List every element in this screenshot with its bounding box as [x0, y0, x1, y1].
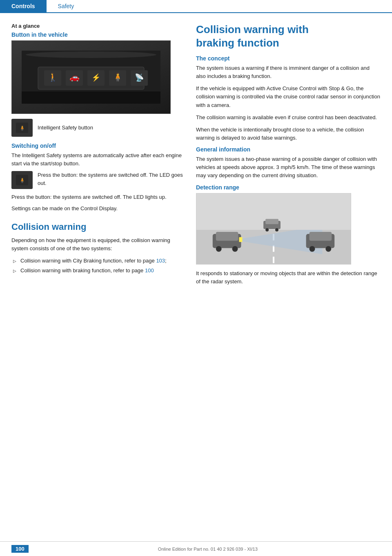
svg-text:🧍: 🧍	[19, 125, 25, 131]
header-tabs: Controls Safety	[0, 0, 392, 13]
concept-text4: When the vehicle is intentionally brough…	[196, 126, 381, 142]
svg-text:🧍: 🧍	[113, 72, 123, 82]
svg-point-25	[232, 246, 238, 251]
svg-point-30	[325, 246, 331, 251]
svg-rect-28	[310, 232, 332, 241]
press-button-row: 🧍 Press the button: the systems are swit…	[11, 171, 183, 189]
intelligent-safety-icon-row: 🧍 Intelligent Safety button	[11, 119, 183, 137]
press-button-text2: Press the button: the systems are switch…	[11, 193, 183, 201]
heading-line2: braking function	[196, 37, 279, 49]
intelligent-safety-caption: Intelligent Safety button	[38, 124, 93, 132]
safety-button-svg: 🧍	[16, 122, 28, 134]
press-button-svg: 🧍	[16, 174, 28, 186]
collision-bullet-list: Collision warning with City Braking func…	[11, 257, 183, 275]
concept-text2: If the vehicle is equipped with Active C…	[196, 85, 381, 109]
collision-warning-braking-heading: Collision warning with braking function	[196, 23, 381, 49]
footer: 100 Online Edition for Part no. 01 40 2 …	[0, 541, 392, 556]
button-in-vehicle-heading: Button in the vehicle	[11, 31, 183, 38]
detection-text: It responds to stationary or moving obje…	[196, 269, 381, 286]
press-button-text: Press the button: the systems are switch…	[38, 171, 183, 187]
press-button-icon: 🧍	[11, 171, 33, 189]
svg-text:🧍: 🧍	[19, 177, 25, 183]
heading-line1: Collision warning with	[196, 23, 309, 36]
svg-text:⚡: ⚡	[91, 73, 101, 82]
svg-rect-26	[239, 237, 242, 242]
bullet1-text: Collision warning with City Braking func…	[20, 258, 156, 264]
bullet1-after: ;	[165, 258, 167, 264]
concept-text3: The collision warning is available even …	[196, 113, 381, 122]
dashboard-svg: 🚶 🚗 ⚡ 🧍 📡	[22, 51, 160, 104]
detection-range-image	[196, 193, 351, 265]
page-number: 100	[11, 545, 29, 553]
svg-point-24	[216, 246, 222, 251]
collision-warning-heading: Collision warning	[11, 221, 183, 233]
svg-rect-13	[22, 91, 160, 104]
general-info-heading: General information	[196, 146, 381, 153]
general-info-text: The system issues a two-phase warning of…	[196, 155, 381, 180]
collision-warning-body: Depending on how the equipment is equipp…	[11, 236, 183, 253]
settings-text: Settings can be made on the Control Disp…	[11, 205, 183, 213]
right-column: Collision warning with braking function …	[196, 23, 381, 290]
svg-point-35	[275, 228, 278, 231]
tab-safety[interactable]: Safety	[47, 0, 86, 12]
left-column: At a glance Button in the vehicle 🚶	[11, 23, 183, 290]
bullet2-link[interactable]: 100	[145, 267, 154, 274]
tab-controls[interactable]: Controls	[0, 0, 47, 12]
bullet-item-1: Collision warning with City Braking func…	[11, 257, 183, 265]
bullet2-text: Collision warning with braking function,…	[20, 267, 145, 274]
switching-heading: Switching on/off	[11, 142, 183, 149]
bullet-item-2: Collision warning with braking function,…	[11, 267, 183, 275]
at-a-glance-heading: At a glance	[11, 23, 183, 29]
vehicle-dashboard-image: 🚶 🚗 ⚡ 🧍 📡	[11, 40, 171, 114]
svg-text:🚶: 🚶	[48, 72, 58, 82]
main-content: At a glance Button in the vehicle 🚶	[0, 13, 392, 300]
detection-svg	[196, 193, 351, 265]
concept-heading: The concept	[196, 55, 381, 62]
svg-point-29	[310, 246, 315, 251]
svg-text:📡: 📡	[135, 73, 144, 82]
intelligent-safety-icon: 🧍	[11, 119, 33, 137]
vehicle-image-inner: 🚶 🚗 ⚡ 🧍 📡	[12, 41, 170, 113]
detection-range-heading: Detection range	[196, 184, 381, 191]
edition-text: Online Edition for Part no. 01 40 2 926 …	[35, 547, 381, 552]
concept-text1: The system issues a warning if there is …	[196, 64, 381, 80]
switching-text1: The Intelligent Safety systems are autom…	[11, 151, 183, 168]
svg-point-34	[265, 228, 269, 231]
svg-rect-23	[216, 232, 238, 241]
svg-point-1	[26, 51, 156, 58]
svg-text:🚗: 🚗	[69, 72, 80, 82]
bullet1-link[interactable]: 103	[156, 258, 165, 264]
svg-rect-33	[265, 219, 278, 224]
